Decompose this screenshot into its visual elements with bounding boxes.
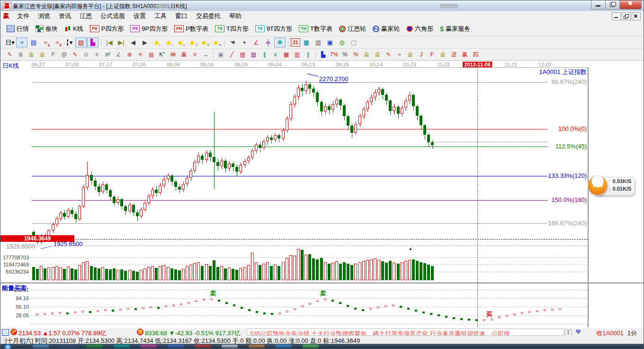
- k-mark-icon[interactable]: K": [157, 50, 168, 59]
- pane-separator[interactable]: [0, 282, 644, 284]
- gold-line-icon[interactable]: 金: [372, 50, 383, 59]
- menu-item-1[interactable]: 文件: [13, 11, 34, 21]
- span-arrow-icon[interactable]: ↔: [200, 50, 211, 59]
- network-speed-widget[interactable]: 70% ↑ 0.03K/S ↓ 0.01K/S: [588, 175, 635, 196]
- next-bar-icon[interactable]: ▶: [139, 37, 151, 47]
- wave-box-icon[interactable]: ≈: [394, 50, 405, 59]
- gann-wheel-button[interactable]: 江恩轮: [336, 23, 369, 35]
- knife-tool-icon[interactable]: ✎: [4, 50, 15, 59]
- wave-9-icon[interactable]: ≈9: [52, 37, 63, 47]
- winner-wheel-button[interactable]: Big赢家轮: [369, 23, 403, 35]
- f-line-icon[interactable]: F: [427, 50, 438, 59]
- t-square-button[interactable]: T8T四方形: [212, 23, 252, 35]
- 9p-square-button[interactable]: P99P四方形: [127, 23, 171, 35]
- mdi-restore-button[interactable]: [622, 12, 631, 20]
- percent-line-icon[interactable]: %: [350, 50, 361, 59]
- t-number-table-button[interactable]: TNT数字表: [295, 23, 336, 35]
- comb-grid-icon[interactable]: ≣: [15, 50, 26, 59]
- diamond-cross-icon[interactable]: ◆+: [198, 37, 210, 47]
- taskbar-app-icon[interactable]: [168, 345, 184, 349]
- pencil-bars-icon[interactable]: ✎: [383, 50, 394, 59]
- taskbar-app-icon[interactable]: [195, 345, 211, 349]
- menu-item-2[interactable]: 浏览: [34, 11, 54, 21]
- fan-box-red-icon[interactable]: ▨: [237, 50, 248, 59]
- mdi-minimize-button[interactable]: [612, 12, 621, 20]
- chart-window[interactable]: 日K线 1A0001 上证指数 06-2707-0807-1707-2608-0…: [0, 61, 644, 328]
- restore-button[interactable]: [605, 0, 620, 9]
- taskbar-app-icon[interactable]: [303, 345, 319, 349]
- quote-grid-icon[interactable]: [2, 329, 9, 336]
- volume-profile-icon[interactable]: ▙: [87, 37, 98, 47]
- si-line-icon[interactable]: 四: [470, 50, 481, 59]
- wave-3-icon[interactable]: ≈3: [40, 37, 51, 47]
- taskbar-app-icon[interactable]: [33, 345, 49, 349]
- 9t-square-button[interactable]: T99T四方形: [252, 23, 295, 35]
- gold-ratio-icon[interactable]: 金: [37, 50, 48, 59]
- taskbar-app-icon[interactable]: [114, 345, 130, 349]
- compass-icon[interactable]: ⊕: [124, 50, 135, 59]
- kline-button[interactable]: K线: [61, 23, 87, 35]
- gann-figure-icon[interactable]: ╪: [262, 37, 274, 47]
- candle-style-selector[interactable]: ╏▾: [63, 37, 75, 47]
- taskbar-app-icon[interactable]: [222, 345, 238, 349]
- menu-item-6[interactable]: 设置: [129, 11, 150, 21]
- menu-item-9[interactable]: 交易委托: [192, 11, 225, 21]
- p-number-table-button[interactable]: PNP数字表: [171, 23, 212, 35]
- jin-line-icon[interactable]: 进: [448, 50, 459, 59]
- taskbar-app-icon[interactable]: [87, 345, 103, 349]
- spiral-icon[interactable]: @: [59, 50, 70, 59]
- angle-line-icon[interactable]: ∠: [113, 50, 124, 59]
- grid-star-icon[interactable]: ▦: [146, 50, 157, 59]
- menu-item-5[interactable]: 公式选股: [96, 11, 129, 21]
- ying-tool-icon[interactable]: 赢: [179, 50, 189, 59]
- menu-item-3[interactable]: 资讯: [54, 11, 75, 21]
- zigzag-trend-icon[interactable]: ≈: [16, 37, 27, 47]
- prev-bar-icon[interactable]: ◀: [127, 37, 139, 47]
- gold-circle-icon[interactable]: 金: [361, 50, 372, 59]
- j-line-icon[interactable]: J: [416, 50, 427, 59]
- web-export-icon[interactable]: ◍: [336, 37, 348, 47]
- diamond-zoom-icon[interactable]: ◆×: [210, 37, 222, 47]
- calculator-icon[interactable]: ▦: [301, 37, 312, 47]
- red-pencil-icon[interactable]: ✎: [70, 50, 80, 59]
- gold-trend-icon[interactable]: 金: [438, 50, 448, 59]
- calendar-icon[interactable]: 21: [291, 38, 300, 46]
- v-wave-icon[interactable]: ∨: [270, 50, 281, 59]
- shen-tool-icon[interactable]: 神: [168, 50, 179, 59]
- winner-service-button[interactable]: $赢家服务: [437, 23, 474, 35]
- red-grid-icon[interactable]: ▦: [281, 50, 292, 59]
- percent-7-icon[interactable]: 7%: [329, 50, 340, 59]
- menu-item-8[interactable]: 窗口: [171, 11, 192, 21]
- taskbar-app-icon[interactable]: [141, 345, 157, 349]
- n-square-icon[interactable]: n²: [102, 50, 113, 59]
- taskbar-app-icon[interactable]: [60, 345, 76, 349]
- sectors-button[interactable]: 板块: [32, 23, 61, 35]
- gann-pattern-icon[interactable]: ▧: [75, 37, 87, 47]
- diamond-right-icon[interactable]: ◆→: [163, 37, 174, 47]
- menu-item-7[interactable]: 工具: [150, 11, 171, 21]
- period-daily-selector[interactable]: 日▾: [4, 37, 16, 47]
- comb-icon[interactable]: ≡: [91, 50, 102, 59]
- gold-angle-icon[interactable]: 金: [405, 50, 416, 59]
- red-bars-icon[interactable]: ▥: [292, 50, 303, 59]
- hand-drag-icon[interactable]: ☚: [227, 37, 238, 47]
- quotes-button[interactable]: 行情: [3, 23, 32, 35]
- starburst-icon[interactable]: ✳: [135, 50, 146, 59]
- histogram-icon[interactable]: ▙: [318, 50, 329, 59]
- diagonal-lines-icon[interactable]: ∥: [303, 50, 313, 59]
- percent-icon[interactable]: %: [340, 50, 350, 59]
- time-circle-icon[interactable]: ⊙: [80, 50, 91, 59]
- news-scroll-spinner[interactable]: ▲▼: [565, 329, 572, 336]
- info-panel-icon[interactable]: ▤: [28, 37, 39, 47]
- window-grid-icon[interactable]: ▣: [215, 50, 226, 59]
- trend-lines-icon[interactable]: ∥: [259, 50, 270, 59]
- diamond-left-icon[interactable]: ◆←: [151, 37, 162, 47]
- ying-line-icon[interactable]: 赢: [459, 50, 470, 59]
- news-ticker[interactable]: 535公司预告全年业绩 十大行业预增股聚焦 稀土打黑专项常态化 行业兼并重组望提…: [247, 329, 564, 336]
- taskbar-app-icon[interactable]: [249, 345, 265, 349]
- diamond-vscroll-icon[interactable]: ◆↕: [187, 37, 198, 47]
- crosshair-icon[interactable]: +: [239, 37, 250, 47]
- start-orb[interactable]: [4, 344, 11, 349]
- fan-box-purple-icon[interactable]: ▨: [248, 50, 259, 59]
- first-bar-icon[interactable]: |◀: [104, 37, 115, 47]
